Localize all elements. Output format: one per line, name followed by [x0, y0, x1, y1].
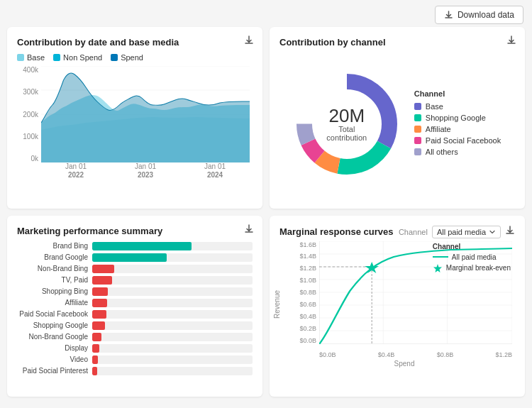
legend-channel-others: All others [414, 148, 501, 156]
mrc-legend: Channel All paid media Marginal break-ev… [433, 243, 511, 275]
line-icon [433, 254, 448, 260]
legend-base-color [17, 54, 24, 61]
card1-title: Contribution by date and base media [17, 37, 253, 48]
bar-row: Video [17, 355, 253, 364]
legend-channel-base: Base [414, 102, 501, 111]
card3-download-icon[interactable] [244, 224, 254, 236]
bar-row: Brand Bing [17, 242, 253, 250]
legend-base: Base [17, 53, 45, 62]
card-marginal-response: Marginal response curves Channel All pai… [270, 216, 525, 397]
card4-download-icon[interactable] [505, 226, 515, 238]
bar-row: Affiliate [17, 299, 253, 307]
mrc-chart-container: $1.6B $1.4B $1.2B $1.0B $0.8B $0.6B $0.4… [294, 241, 515, 358]
legend-spend-color [111, 54, 118, 61]
y-axis-labels: 400k 300k 200k 100k 0k [17, 66, 38, 162]
dashboard: Contribution by date and base media Base… [0, 27, 532, 404]
donut-section: 20M Total contribution Channel Base Shop… [279, 53, 515, 195]
star-icon [433, 263, 443, 273]
mrc-outer: Revenue $1.6B $1.4B $1.2B $1.0B $0.8B $0… [279, 241, 515, 368]
spend-axis-label: Spend [294, 360, 515, 368]
bar-chart: Brand BingBrand GoogleNon-Brand BingTV, … [17, 242, 253, 375]
revenue-axis-label: Revenue [273, 290, 281, 318]
legend-nonspend: Non Spend [53, 53, 102, 62]
bar-row: Paid Social Pinterest [17, 367, 253, 375]
bar-row: Non-Brand Google [17, 333, 253, 341]
legend-spend: Spend [111, 53, 143, 62]
bar-row: Shopping Google [17, 321, 253, 330]
card-contribution-date: Contribution by date and base media Base… [7, 27, 262, 209]
bar-row: Brand Google [17, 253, 253, 262]
x-axis-labels: Jan 012022 Jan 012023 Jan 012024 [41, 162, 250, 180]
mrc-legend-breakeven: Marginal break-even [433, 263, 511, 273]
download-data-button[interactable]: Download data [435, 6, 523, 24]
bar-row: Paid Social Facebook [17, 310, 253, 319]
bar-row: TV, Paid [17, 276, 253, 285]
card1-legend: Base Non Spend Spend [17, 53, 253, 62]
mrc-x-labels: $0.0B $0.4B $0.8B $1.2B [319, 351, 512, 358]
donut-center: 20M Total contribution [320, 106, 373, 142]
marginal-header: Marginal response curves Channel All pai… [279, 226, 515, 238]
chevron-down-icon [489, 228, 496, 236]
legend-channel-shopping-google: Shopping Google [414, 114, 501, 122]
card-contribution-channel: Contribution by channel [270, 27, 525, 209]
mrc-y-labels: $1.6B $1.4B $1.2B $1.0B $0.8B $0.6B $0.4… [294, 241, 316, 344]
area-chart-svg [41, 66, 250, 162]
card2-title: Contribution by channel [279, 37, 515, 48]
download-icon [444, 11, 453, 20]
channel-selector[interactable]: All paid media [432, 226, 501, 238]
bar-row: Display [17, 344, 253, 353]
card2-download-icon[interactable] [506, 35, 516, 48]
legend-nonspend-color [53, 54, 60, 61]
channel-label: Channel [399, 228, 428, 236]
chart-svg-area [41, 66, 250, 162]
bar-row: Non-Brand Bing [17, 265, 253, 273]
svg-marker-27 [433, 264, 442, 272]
area-chart: 400k 300k 200k 100k 0k [17, 66, 253, 180]
card1-download-icon[interactable] [244, 35, 254, 48]
mrc-legend-allpaid: All paid media [433, 253, 511, 261]
channel-legend: Channel Base Shopping Google Affiliate P… [414, 89, 501, 159]
card3-title: Marketing performance summary [17, 226, 253, 236]
card-marketing-perf: Marketing performance summary Brand Bing… [7, 216, 262, 397]
card4-title: Marginal response curves [279, 226, 393, 237]
bar-row: Shopping Bing [17, 287, 253, 296]
donut-chart: 20M Total contribution [294, 71, 400, 177]
legend-channel-psf: Paid Social Facebook [414, 136, 501, 145]
legend-channel-affiliate: Affiliate [414, 125, 501, 133]
